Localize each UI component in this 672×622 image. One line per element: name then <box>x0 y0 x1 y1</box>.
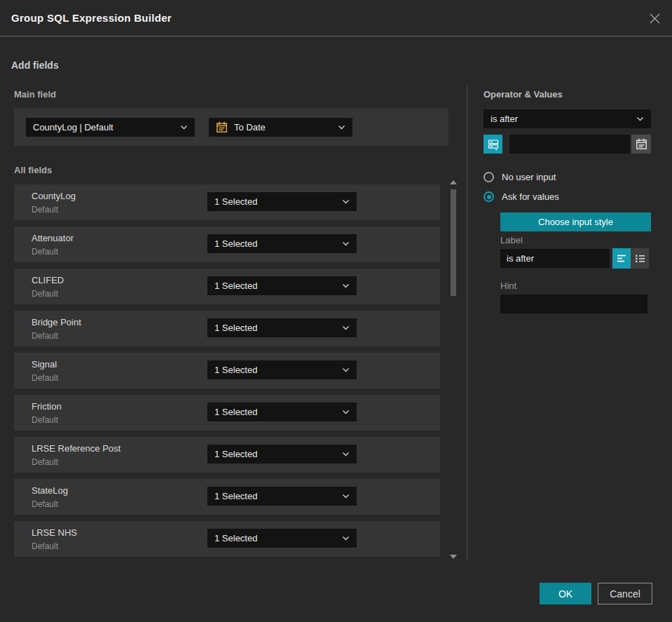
field-row: Bridge Point Default 1 Selected <box>14 311 440 346</box>
scroll-up-arrow-icon[interactable] <box>450 180 457 184</box>
field-selection-dropdown[interactable]: 1 Selected <box>207 234 357 253</box>
field-selection-value: 1 Selected <box>214 238 257 249</box>
label-caption: Label <box>500 235 523 245</box>
hint-caption: Hint <box>500 280 516 291</box>
chevron-down-icon <box>342 241 350 246</box>
field-name: LRSE Reference Post <box>32 443 121 454</box>
fields-list-scrollbar <box>449 178 458 561</box>
chevron-down-icon <box>342 283 350 288</box>
field-row: Friction Default 1 Selected <box>14 395 440 431</box>
value-input[interactable] <box>509 135 630 154</box>
field-row: CLIFED Default 1 Selected <box>14 269 440 304</box>
label-input[interactable] <box>500 249 610 268</box>
cancel-button[interactable]: Cancel <box>598 583 652 604</box>
field-name: Signal <box>32 359 57 370</box>
operator-values-heading: Operator & Values <box>484 89 563 100</box>
main-field-heading: Main field <box>14 89 56 100</box>
chevron-down-icon <box>342 325 350 330</box>
field-selection-dropdown[interactable]: 1 Selected <box>207 529 357 548</box>
scroll-down-arrow-icon[interactable] <box>450 555 457 559</box>
field-selection-dropdown[interactable]: 1 Selected <box>207 360 357 379</box>
chevron-down-icon <box>342 452 350 457</box>
field-selection-dropdown[interactable]: 1 Selected <box>207 318 357 337</box>
choose-input-style-button[interactable]: Choose input style <box>500 212 651 231</box>
chevron-down-icon <box>342 410 350 414</box>
main-field-panel: CountyLog | Default To Date <box>14 108 448 146</box>
ok-button[interactable]: OK <box>540 583 591 604</box>
chevron-down-icon <box>342 494 350 499</box>
field-subtitle: Default <box>32 289 58 299</box>
calendar-icon <box>216 121 228 133</box>
field-selection-value: 1 Selected <box>214 491 257 501</box>
field-name: CLIFED <box>32 275 64 285</box>
main-field-dropdown-value: CountyLog | Default <box>33 122 114 133</box>
all-fields-heading: All fields <box>14 165 52 175</box>
scrollbar-thumb[interactable] <box>451 189 456 296</box>
chevron-down-icon <box>636 116 644 121</box>
operator-dropdown[interactable]: is after <box>484 109 651 128</box>
field-name: LRSE NHS <box>32 527 77 538</box>
radio-ask-for-values-label: Ask for values <box>502 191 559 202</box>
unique-values-icon[interactable] <box>484 135 502 154</box>
field-selection-value: 1 Selected <box>214 280 257 291</box>
group-sql-expression-builder-dialog: { "dialog": { "title": "Group SQL Expres… <box>0 0 672 622</box>
field-subtitle: Default <box>32 415 58 425</box>
field-name: Attenuator <box>32 233 74 243</box>
date-option-dropdown[interactable]: To Date <box>209 118 352 137</box>
field-selection-dropdown[interactable]: 1 Selected <box>207 276 357 295</box>
radio-selected-icon[interactable] <box>484 191 494 202</box>
field-row: StateLog Default 1 Selected <box>14 479 440 515</box>
field-selection-value: 1 Selected <box>214 407 257 417</box>
chevron-down-icon <box>180 125 188 130</box>
radio-icon[interactable] <box>484 172 494 182</box>
field-row: LRSE Reference Post Default 1 Selected <box>14 437 440 473</box>
operator-value: is after <box>491 114 518 124</box>
value-row <box>484 135 651 154</box>
field-selection-value: 1 Selected <box>214 196 257 207</box>
field-name: CountyLog <box>32 191 76 201</box>
calendar-picker-icon[interactable] <box>631 135 651 154</box>
dialog-header: Group SQL Expression Builder <box>0 0 672 36</box>
field-subtitle: Default <box>32 457 58 467</box>
single-value-style-icon[interactable] <box>612 248 631 269</box>
add-fields-heading: Add fields <box>11 60 59 71</box>
close-icon[interactable] <box>647 11 661 25</box>
hint-input[interactable] <box>500 295 647 313</box>
chevron-down-icon <box>342 199 350 204</box>
radio-ask-for-values[interactable]: Ask for values <box>484 191 559 202</box>
field-subtitle: Default <box>32 541 58 551</box>
field-row: Attenuator Default 1 Selected <box>14 227 440 262</box>
field-row: CountyLog Default 1 Selected <box>14 184 440 220</box>
input-style-toggle-group <box>612 248 649 269</box>
field-subtitle: Default <box>32 373 58 383</box>
field-subtitle: Default <box>32 331 58 341</box>
field-row: Signal Default 1 Selected <box>14 353 440 388</box>
field-selection-dropdown[interactable]: 1 Selected <box>207 445 357 464</box>
main-field-dropdown[interactable]: CountyLog | Default <box>26 118 195 137</box>
field-subtitle: Default <box>32 247 58 257</box>
field-name: Bridge Point <box>32 317 81 327</box>
radio-no-user-input-label: No user input <box>502 172 556 182</box>
field-selection-dropdown[interactable]: 1 Selected <box>207 403 357 421</box>
radio-no-user-input[interactable]: No user input <box>484 172 556 182</box>
vertical-divider <box>467 86 467 561</box>
dialog-title: Group SQL Expression Builder <box>11 12 172 24</box>
date-option-value: To Date <box>234 122 266 133</box>
field-subtitle: Default <box>32 205 58 215</box>
list-style-icon[interactable] <box>631 248 649 269</box>
chevron-down-icon <box>342 536 350 541</box>
field-subtitle: Default <box>32 499 58 509</box>
field-selection-dropdown[interactable]: 1 Selected <box>207 192 357 211</box>
field-selection-value: 1 Selected <box>214 449 257 459</box>
all-fields-list: CountyLog Default 1 Selected Attenuator … <box>14 184 440 563</box>
field-selection-value: 1 Selected <box>214 365 257 375</box>
field-selection-dropdown[interactable]: 1 Selected <box>207 487 357 506</box>
field-name: Friction <box>32 401 62 412</box>
field-selection-value: 1 Selected <box>214 533 257 543</box>
chevron-down-icon <box>338 125 345 130</box>
chevron-down-icon <box>342 367 350 372</box>
field-selection-value: 1 Selected <box>214 323 257 333</box>
field-row: LRSE NHS Default 1 Selected <box>14 521 440 557</box>
field-name: StateLog <box>32 485 68 496</box>
